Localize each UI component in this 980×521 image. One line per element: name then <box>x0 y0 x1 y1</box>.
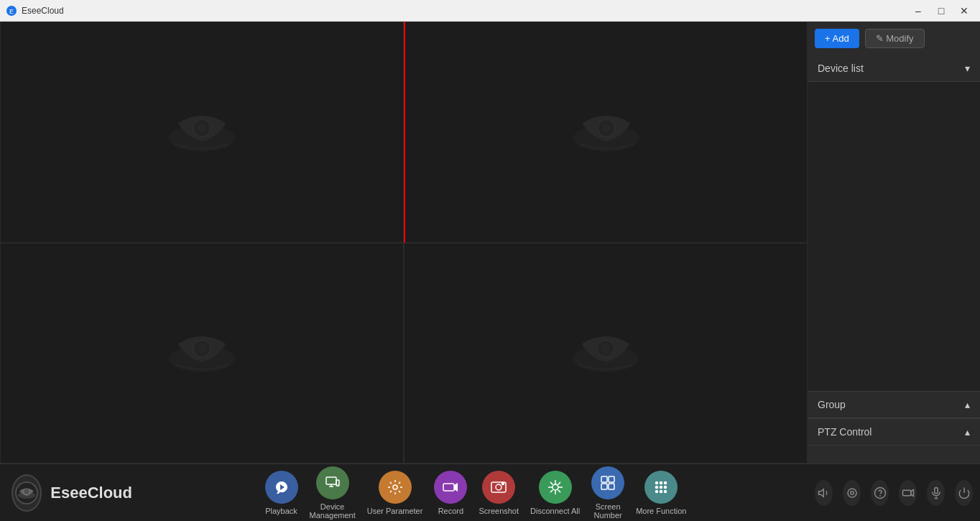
main-content: + Add ✎ Modify Device list ▾ Group ▴ PTZ… <box>0 22 980 464</box>
group-chevron-icon: ▴ <box>965 399 970 410</box>
camera-button[interactable] <box>899 480 917 506</box>
svg-point-45 <box>660 481 662 484</box>
screenshot-button[interactable]: Screenshot <box>479 471 519 515</box>
svg-point-7 <box>602 124 611 132</box>
device-list-label: Device list <box>818 63 864 74</box>
title-bar: E EseeCloud – □ ✕ <box>0 0 980 22</box>
screen-number-button[interactable]: ScreenNumber <box>591 466 624 520</box>
ptz-chevron-icon: ▴ <box>965 426 970 438</box>
svg-point-43 <box>656 486 658 488</box>
svg-point-47 <box>656 481 658 484</box>
svg-point-23 <box>393 485 397 489</box>
bottom-center-toolbar: Playback DeviceManagement User Parameter… <box>144 466 808 520</box>
svg-rect-39 <box>609 476 614 482</box>
close-button[interactable]: ✕ <box>954 4 974 18</box>
svg-point-42 <box>660 486 662 488</box>
svg-point-53 <box>850 491 854 494</box>
sidebar-toolbar: + Add ✎ Modify <box>808 22 980 55</box>
svg-text:E: E <box>9 8 14 15</box>
device-management-label: DeviceManagement <box>310 502 356 520</box>
svg-rect-40 <box>601 484 607 489</box>
svg-point-29 <box>553 484 558 490</box>
svg-point-48 <box>665 490 667 492</box>
svg-point-10 <box>198 345 206 354</box>
volume-button[interactable] <box>815 480 833 506</box>
svg-point-49 <box>656 490 658 492</box>
mic-button[interactable] <box>927 480 945 506</box>
svg-rect-56 <box>902 490 910 496</box>
screen-number-label: ScreenNumber <box>594 502 622 520</box>
device-management-icon <box>316 466 349 499</box>
power-icon <box>958 487 971 499</box>
svg-point-52 <box>848 489 856 497</box>
svg-line-34 <box>550 481 553 484</box>
group-label: Group <box>818 399 846 410</box>
user-parameter-label: User Parameter <box>367 507 423 515</box>
disconnect-all-button[interactable]: Disconnect All <box>530 471 580 515</box>
more-function-button[interactable]: More Function <box>636 471 686 515</box>
device-management-button[interactable]: DeviceManagement <box>310 466 356 520</box>
playback-icon <box>265 471 298 504</box>
app-title: EseeCloud <box>22 6 64 16</box>
svg-point-28 <box>502 482 504 484</box>
svg-point-17 <box>25 490 28 493</box>
svg-point-27 <box>496 484 501 490</box>
svg-point-50 <box>665 481 667 484</box>
screenshot-icon <box>482 471 515 504</box>
volume-icon <box>818 487 831 499</box>
mic-icon <box>930 487 943 499</box>
disconnect-all-label: Disconnect All <box>530 507 580 515</box>
intercom-icon <box>846 487 859 499</box>
maximize-button[interactable]: □ <box>931 4 951 18</box>
sidebar: + Add ✎ Modify Device list ▾ Group ▴ PTZ… <box>808 22 980 464</box>
power-button[interactable] <box>955 480 973 506</box>
title-left: E EseeCloud <box>6 5 64 17</box>
record-label: Record <box>438 507 463 515</box>
device-list-content <box>808 82 980 391</box>
svg-rect-58 <box>934 487 938 493</box>
video-cell-bottom-right[interactable] <box>404 243 808 464</box>
bottom-left: EseeCloud <box>0 474 144 512</box>
ptz-header[interactable]: PTZ Control ▴ <box>808 419 980 446</box>
svg-line-35 <box>558 489 560 492</box>
bottom-bar: EseeCloud Playback DeviceManagement User… <box>0 464 980 521</box>
help-button[interactable] <box>871 480 889 506</box>
device-list-chevron-icon: ▾ <box>965 63 970 74</box>
user-parameter-icon <box>379 471 412 504</box>
svg-marker-51 <box>818 489 823 497</box>
add-button[interactable]: + Add <box>815 29 859 48</box>
user-parameter-button[interactable]: User Parameter <box>367 471 423 515</box>
video-cell-bottom-left[interactable] <box>0 243 404 464</box>
svg-rect-18 <box>326 477 336 484</box>
ptz-section: PTZ Control ▴ <box>808 418 980 446</box>
minimize-button[interactable]: – <box>908 4 928 18</box>
screenshot-label: Screenshot <box>479 507 519 515</box>
group-header[interactable]: Group ▴ <box>808 392 980 418</box>
more-function-label: More Function <box>636 507 686 515</box>
svg-rect-24 <box>443 484 454 491</box>
disconnect-all-icon <box>539 471 572 504</box>
svg-rect-41 <box>609 484 614 489</box>
svg-marker-25 <box>454 483 458 492</box>
intercom-button[interactable] <box>843 480 861 506</box>
more-function-icon <box>644 471 678 504</box>
video-cell-top-right[interactable] <box>404 22 808 243</box>
help-icon <box>874 487 887 499</box>
camera-placeholder-icon <box>570 324 642 382</box>
svg-line-36 <box>550 489 553 492</box>
app-logo-icon: E <box>6 5 17 17</box>
record-icon <box>434 471 467 504</box>
video-cell-top-left[interactable] <box>0 22 404 243</box>
svg-rect-38 <box>601 476 607 482</box>
svg-marker-57 <box>910 489 913 496</box>
playback-button[interactable]: Playback <box>265 471 298 515</box>
record-button[interactable]: Record <box>434 471 467 515</box>
camera-icon <box>902 487 915 499</box>
svg-point-13 <box>601 345 610 354</box>
device-list-header[interactable]: Device list ▾ <box>808 55 980 82</box>
camera-placeholder-icon <box>570 103 642 161</box>
modify-button[interactable]: ✎ Modify <box>865 29 925 48</box>
svg-point-44 <box>665 486 667 488</box>
svg-point-22 <box>337 484 338 486</box>
app-icon <box>11 474 42 512</box>
